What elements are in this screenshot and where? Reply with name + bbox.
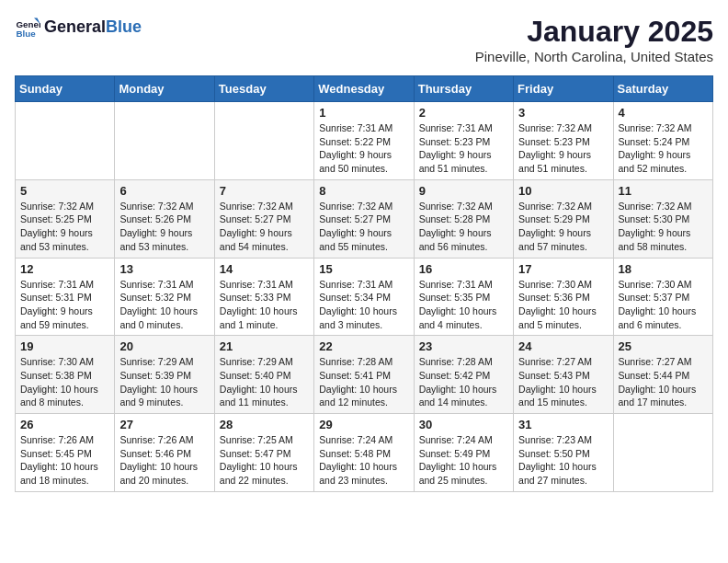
calendar-table: SundayMondayTuesdayWednesdayThursdayFrid… bbox=[15, 75, 713, 492]
day-number: 13 bbox=[119, 262, 209, 276]
calendar-day-30: 30Sunrise: 7:24 AM Sunset: 5:49 PM Dayli… bbox=[414, 414, 513, 492]
calendar-day-17: 17Sunrise: 7:30 AM Sunset: 5:36 PM Dayli… bbox=[514, 258, 613, 336]
calendar-day-6: 6Sunrise: 7:32 AM Sunset: 5:26 PM Daylig… bbox=[115, 179, 214, 258]
calendar-day-26: 26Sunrise: 7:26 AM Sunset: 5:45 PM Dayli… bbox=[16, 414, 115, 492]
weekday-header-friday: Friday bbox=[514, 76, 613, 102]
calendar-day-21: 21Sunrise: 7:29 AM Sunset: 5:40 PM Dayli… bbox=[214, 336, 313, 414]
day-number: 5 bbox=[20, 184, 109, 198]
calendar-day-9: 9Sunrise: 7:32 AM Sunset: 5:28 PM Daylig… bbox=[414, 179, 513, 258]
day-info: Sunrise: 7:32 AM Sunset: 5:28 PM Dayligh… bbox=[419, 200, 508, 254]
weekday-header-sunday: Sunday bbox=[16, 76, 115, 102]
calendar-day-18: 18Sunrise: 7:30 AM Sunset: 5:37 PM Dayli… bbox=[613, 258, 712, 336]
day-info: Sunrise: 7:31 AM Sunset: 5:32 PM Dayligh… bbox=[119, 278, 209, 332]
day-info: Sunrise: 7:31 AM Sunset: 5:33 PM Dayligh… bbox=[220, 278, 309, 332]
day-number: 8 bbox=[319, 184, 408, 198]
logo: General Blue GeneralBlue bbox=[15, 15, 142, 40]
calendar-day-20: 20Sunrise: 7:29 AM Sunset: 5:39 PM Dayli… bbox=[115, 336, 214, 414]
empty-cell bbox=[613, 414, 712, 492]
day-number: 18 bbox=[619, 262, 708, 276]
title-block: January 2025 Pineville, North Carolina, … bbox=[475, 15, 713, 64]
day-info: Sunrise: 7:29 AM Sunset: 5:40 PM Dayligh… bbox=[220, 355, 309, 409]
calendar-day-27: 27Sunrise: 7:26 AM Sunset: 5:46 PM Dayli… bbox=[115, 414, 214, 492]
day-number: 10 bbox=[518, 184, 608, 198]
day-number: 22 bbox=[319, 339, 408, 353]
day-info: Sunrise: 7:29 AM Sunset: 5:39 PM Dayligh… bbox=[119, 355, 209, 409]
svg-text:Blue: Blue bbox=[16, 29, 36, 39]
day-number: 1 bbox=[319, 106, 408, 120]
day-number: 3 bbox=[518, 106, 608, 120]
empty-cell bbox=[115, 102, 214, 180]
calendar-day-16: 16Sunrise: 7:31 AM Sunset: 5:35 PM Dayli… bbox=[414, 258, 513, 336]
day-info: Sunrise: 7:32 AM Sunset: 5:29 PM Dayligh… bbox=[518, 200, 608, 254]
day-number: 23 bbox=[419, 339, 508, 353]
calendar-day-24: 24Sunrise: 7:27 AM Sunset: 5:43 PM Dayli… bbox=[514, 336, 613, 414]
weekday-header-row: SundayMondayTuesdayWednesdayThursdayFrid… bbox=[16, 76, 713, 102]
logo-text: GeneralBlue bbox=[44, 18, 142, 37]
calendar-day-13: 13Sunrise: 7:31 AM Sunset: 5:32 PM Dayli… bbox=[115, 258, 214, 336]
day-info: Sunrise: 7:32 AM Sunset: 5:27 PM Dayligh… bbox=[220, 200, 309, 254]
calendar-day-22: 22Sunrise: 7:28 AM Sunset: 5:41 PM Dayli… bbox=[314, 336, 414, 414]
day-number: 21 bbox=[220, 339, 309, 353]
month-title: January 2025 bbox=[475, 15, 713, 49]
day-info: Sunrise: 7:24 AM Sunset: 5:49 PM Dayligh… bbox=[419, 433, 508, 488]
calendar-day-11: 11Sunrise: 7:32 AM Sunset: 5:30 PM Dayli… bbox=[613, 179, 712, 258]
day-number: 7 bbox=[220, 184, 309, 198]
weekday-header-tuesday: Tuesday bbox=[214, 76, 313, 102]
day-info: Sunrise: 7:32 AM Sunset: 5:27 PM Dayligh… bbox=[319, 200, 408, 254]
calendar-week-2: 5Sunrise: 7:32 AM Sunset: 5:25 PM Daylig… bbox=[16, 179, 713, 258]
calendar-day-1: 1Sunrise: 7:31 AM Sunset: 5:22 PM Daylig… bbox=[314, 102, 414, 180]
calendar-day-8: 8Sunrise: 7:32 AM Sunset: 5:27 PM Daylig… bbox=[314, 179, 414, 258]
logo-icon: General Blue bbox=[15, 15, 40, 40]
day-info: Sunrise: 7:31 AM Sunset: 5:23 PM Dayligh… bbox=[419, 121, 508, 176]
day-info: Sunrise: 7:30 AM Sunset: 5:36 PM Dayligh… bbox=[518, 278, 608, 332]
day-number: 14 bbox=[220, 262, 309, 276]
calendar-day-2: 2Sunrise: 7:31 AM Sunset: 5:23 PM Daylig… bbox=[414, 102, 513, 180]
calendar-day-25: 25Sunrise: 7:27 AM Sunset: 5:44 PM Dayli… bbox=[613, 336, 712, 414]
weekday-header-thursday: Thursday bbox=[414, 76, 513, 102]
day-number: 25 bbox=[619, 339, 708, 353]
day-info: Sunrise: 7:30 AM Sunset: 5:38 PM Dayligh… bbox=[20, 355, 109, 409]
day-number: 16 bbox=[419, 262, 508, 276]
weekday-header-monday: Monday bbox=[115, 76, 214, 102]
weekday-header-wednesday: Wednesday bbox=[314, 76, 414, 102]
calendar-day-15: 15Sunrise: 7:31 AM Sunset: 5:34 PM Dayli… bbox=[314, 258, 414, 336]
day-info: Sunrise: 7:23 AM Sunset: 5:50 PM Dayligh… bbox=[518, 433, 608, 488]
calendar-week-4: 19Sunrise: 7:30 AM Sunset: 5:38 PM Dayli… bbox=[16, 336, 713, 414]
day-number: 31 bbox=[518, 418, 608, 431]
calendar-day-14: 14Sunrise: 7:31 AM Sunset: 5:33 PM Dayli… bbox=[214, 258, 313, 336]
calendar-week-1: 1Sunrise: 7:31 AM Sunset: 5:22 PM Daylig… bbox=[16, 102, 713, 180]
day-number: 26 bbox=[20, 418, 109, 431]
calendar-day-10: 10Sunrise: 7:32 AM Sunset: 5:29 PM Dayli… bbox=[514, 179, 613, 258]
day-number: 12 bbox=[20, 262, 109, 276]
day-info: Sunrise: 7:26 AM Sunset: 5:46 PM Dayligh… bbox=[119, 433, 209, 488]
calendar-day-31: 31Sunrise: 7:23 AM Sunset: 5:50 PM Dayli… bbox=[514, 414, 613, 492]
calendar-day-19: 19Sunrise: 7:30 AM Sunset: 5:38 PM Dayli… bbox=[16, 336, 115, 414]
day-info: Sunrise: 7:32 AM Sunset: 5:23 PM Dayligh… bbox=[518, 121, 608, 176]
day-info: Sunrise: 7:32 AM Sunset: 5:24 PM Dayligh… bbox=[619, 121, 708, 176]
empty-cell bbox=[214, 102, 313, 180]
day-info: Sunrise: 7:24 AM Sunset: 5:48 PM Dayligh… bbox=[319, 433, 408, 488]
day-info: Sunrise: 7:32 AM Sunset: 5:25 PM Dayligh… bbox=[20, 200, 109, 254]
day-number: 4 bbox=[619, 106, 708, 120]
location: Pineville, North Carolina, United States bbox=[475, 49, 713, 64]
weekday-header-saturday: Saturday bbox=[613, 76, 712, 102]
day-number: 27 bbox=[119, 418, 209, 431]
day-info: Sunrise: 7:31 AM Sunset: 5:31 PM Dayligh… bbox=[20, 278, 109, 332]
day-number: 17 bbox=[518, 262, 608, 276]
day-number: 28 bbox=[220, 418, 309, 431]
day-info: Sunrise: 7:27 AM Sunset: 5:44 PM Dayligh… bbox=[619, 355, 708, 409]
day-number: 6 bbox=[119, 184, 209, 198]
day-number: 19 bbox=[20, 339, 109, 353]
day-info: Sunrise: 7:27 AM Sunset: 5:43 PM Dayligh… bbox=[518, 355, 608, 409]
calendar-day-12: 12Sunrise: 7:31 AM Sunset: 5:31 PM Dayli… bbox=[16, 258, 115, 336]
day-number: 29 bbox=[319, 418, 408, 431]
calendar-week-3: 12Sunrise: 7:31 AM Sunset: 5:31 PM Dayli… bbox=[16, 258, 713, 336]
day-number: 20 bbox=[119, 339, 209, 353]
calendar-week-5: 26Sunrise: 7:26 AM Sunset: 5:45 PM Dayli… bbox=[16, 414, 713, 492]
page-header: General Blue GeneralBlue January 2025 Pi… bbox=[15, 15, 713, 64]
day-number: 9 bbox=[419, 184, 508, 198]
calendar-day-4: 4Sunrise: 7:32 AM Sunset: 5:24 PM Daylig… bbox=[613, 102, 712, 180]
day-info: Sunrise: 7:31 AM Sunset: 5:35 PM Dayligh… bbox=[419, 278, 508, 332]
calendar-day-28: 28Sunrise: 7:25 AM Sunset: 5:47 PM Dayli… bbox=[214, 414, 313, 492]
calendar-day-3: 3Sunrise: 7:32 AM Sunset: 5:23 PM Daylig… bbox=[514, 102, 613, 180]
